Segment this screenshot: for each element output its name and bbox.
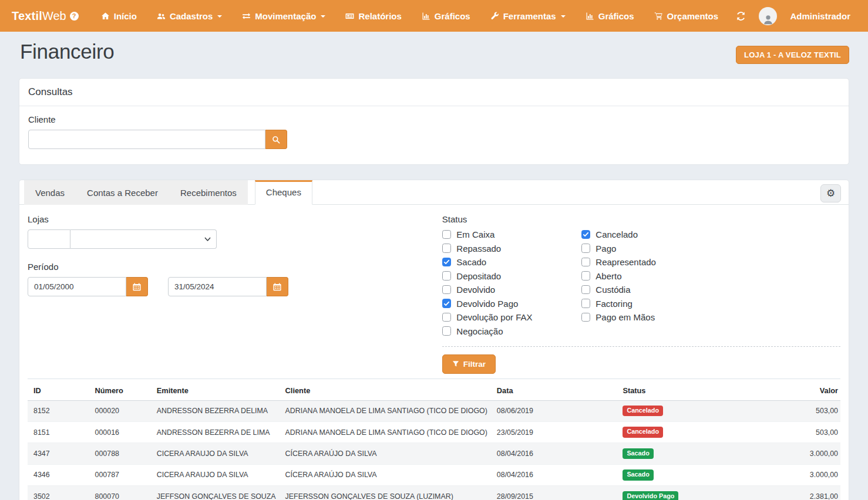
nav-item-relatorios[interactable]: Relatórios [345, 11, 401, 21]
date-from-input[interactable] [28, 277, 126, 296]
cell-id: 3502 [28, 486, 90, 500]
nav-item-movimentacao[interactable]: Movimentação [242, 11, 325, 21]
date-to-input[interactable] [168, 277, 267, 296]
status-option-pago-em-maos[interactable]: Pago em Mãos [581, 312, 840, 322]
loja-code-input[interactable] [28, 229, 70, 249]
status-option-factoring[interactable]: Factoring [581, 299, 840, 309]
cell-status: Cancelado [618, 400, 800, 421]
checkbox-unchecked[interactable] [442, 244, 452, 253]
nav-item-label: Relatórios [358, 11, 401, 21]
checkbox-unchecked[interactable] [581, 299, 591, 308]
status-option-aberto[interactable]: Aberto [581, 271, 840, 281]
cell-numero: 000016 [90, 421, 152, 442]
cell-numero: 000787 [90, 464, 152, 485]
nav-item-label: Início [114, 11, 137, 21]
cell-data: 08/06/2019 [492, 400, 618, 421]
column-header-cliente[interactable]: Cliente [281, 379, 492, 400]
status-option-devolucao-por-fax[interactable]: Devolução por FAX [442, 312, 581, 322]
column-header-data[interactable]: Data [492, 379, 618, 400]
user-avatar[interactable] [759, 7, 777, 25]
cell-data: 23/05/2019 [492, 421, 618, 442]
filter-icon [452, 360, 459, 367]
cell-cliente: ADRIANA MANOELA DE LIMA SANTIAGO (TICO D… [281, 400, 492, 421]
refresh-icon[interactable] [736, 11, 746, 21]
consultas-panel: Consultas Cliente [19, 78, 849, 165]
checkbox-unchecked[interactable] [581, 285, 591, 295]
status-option-devolvido-pago[interactable]: Devolvido Pago [442, 299, 581, 309]
column-header-emitente[interactable]: Emitente [152, 379, 281, 400]
tab-contas-a-receber[interactable]: Contas a Receber [76, 180, 169, 205]
filter-right-column: Status Em CaixaRepassadoSacadoDepositado… [442, 214, 840, 374]
status-option-label: Repassado [456, 244, 501, 254]
gear-icon[interactable]: ⚙ [820, 184, 841, 202]
status-option-pago[interactable]: Pago [581, 244, 840, 254]
tab-recebimentos[interactable]: Recebimentos [169, 180, 248, 205]
cell-cliente: JEFERSSON GONÇALVES DE SOUZA (LUZIMAR) [281, 486, 492, 500]
users-icon [157, 12, 166, 21]
nav-item-graficos-2[interactable]: Gráficos [586, 11, 634, 21]
checkbox-checked[interactable] [442, 299, 452, 308]
nav-item-orcamentos[interactable]: Orçamentos [654, 11, 719, 21]
loja-select[interactable] [70, 229, 217, 249]
status-option-sacado[interactable]: Sacado [442, 257, 581, 267]
nav-item-inicio[interactable]: Início [101, 11, 137, 21]
filtrar-button[interactable]: Filtrar [442, 354, 496, 374]
table-row[interactable]: 4346000787CICERA ARAUJO DA SILVACÍCERA A… [28, 464, 840, 485]
cell-status: Cancelado [618, 421, 800, 442]
status-option-em-caixa[interactable]: Em Caixa [442, 229, 581, 239]
cliente-label: Cliente [28, 114, 840, 124]
status-option-repassado[interactable]: Repassado [442, 244, 581, 254]
table-row[interactable]: 8151000016ANDRESSON BEZERRA DE LIMAADRIA… [28, 421, 840, 442]
checkbox-unchecked[interactable] [581, 271, 591, 281]
nav-item-cadastros[interactable]: Cadastros [157, 11, 222, 21]
checkbox-unchecked[interactable] [442, 285, 452, 295]
status-option-devolvido[interactable]: Devolvido [442, 285, 581, 295]
column-header-numero[interactable]: Número [90, 379, 152, 400]
date-from-group [28, 277, 148, 296]
status-option-label: Custódia [596, 285, 630, 295]
column-header-valor[interactable]: Valor [801, 379, 840, 400]
table-row[interactable]: 3502800070JEFFSON GONÇALVES DE SOUZAJEFE… [28, 486, 840, 500]
column-header-status[interactable]: Status [618, 379, 800, 400]
tab-vendas[interactable]: Vendas [24, 180, 76, 205]
cheques-tab-content: Lojas Período [19, 205, 849, 500]
store-selector-button[interactable]: LOJA 1 - A VELOZ TEXTIL [736, 46, 849, 64]
tab-cheques[interactable]: Cheques [255, 180, 312, 205]
checkbox-unchecked[interactable] [442, 230, 452, 239]
checkbox-unchecked[interactable] [581, 244, 591, 253]
brand-logo[interactable]: TextilWeb ? [12, 9, 79, 23]
brand-bold: Textil [12, 9, 42, 23]
checkbox-unchecked[interactable] [442, 271, 452, 281]
caret-down-icon [321, 15, 325, 18]
cliente-search-input[interactable] [28, 130, 265, 149]
checkbox-unchecked[interactable] [442, 326, 452, 336]
home-icon [101, 12, 110, 21]
status-badge: Cancelado [623, 427, 663, 437]
date-to-calendar-button[interactable] [267, 277, 288, 296]
table-row[interactable]: 8152000020ANDRESSON BEZERRA DELIMAADRIAN… [28, 400, 840, 421]
status-option-cancelado[interactable]: Cancelado [581, 229, 840, 239]
status-option-negociacao[interactable]: Negociação [442, 326, 581, 336]
column-header-id[interactable]: ID [28, 379, 90, 400]
nav-item-label: Ferramentas [503, 11, 556, 21]
help-icon[interactable]: ? [70, 12, 79, 21]
cell-data: 08/04/2016 [492, 464, 618, 485]
username-label[interactable]: Administrador [790, 11, 850, 21]
date-from-calendar-button[interactable] [126, 277, 148, 296]
nav-item-label: Gráficos [598, 11, 634, 21]
cell-valor: 503,00 [801, 400, 840, 421]
checkbox-checked[interactable] [442, 258, 452, 267]
checkbox-unchecked[interactable] [581, 258, 591, 267]
nav-item-ferramentas[interactable]: Ferramentas [490, 11, 566, 21]
status-option-label: Cancelado [596, 229, 638, 239]
checkbox-unchecked[interactable] [442, 313, 452, 322]
nav-item-graficos[interactable]: Gráficos [422, 11, 470, 21]
status-option-depositado[interactable]: Depositado [442, 271, 581, 281]
status-option-reapresentado[interactable]: Reapresentado [581, 257, 840, 267]
checkbox-unchecked[interactable] [581, 313, 591, 322]
status-option-label: Negociação [456, 326, 503, 336]
status-option-custodia[interactable]: Custódia [581, 285, 840, 295]
checkbox-checked[interactable] [581, 230, 591, 239]
cliente-search-button[interactable] [265, 130, 287, 149]
table-row[interactable]: 4347000788CICERA ARAUJO DA SILVACÍCERA A… [28, 443, 840, 464]
